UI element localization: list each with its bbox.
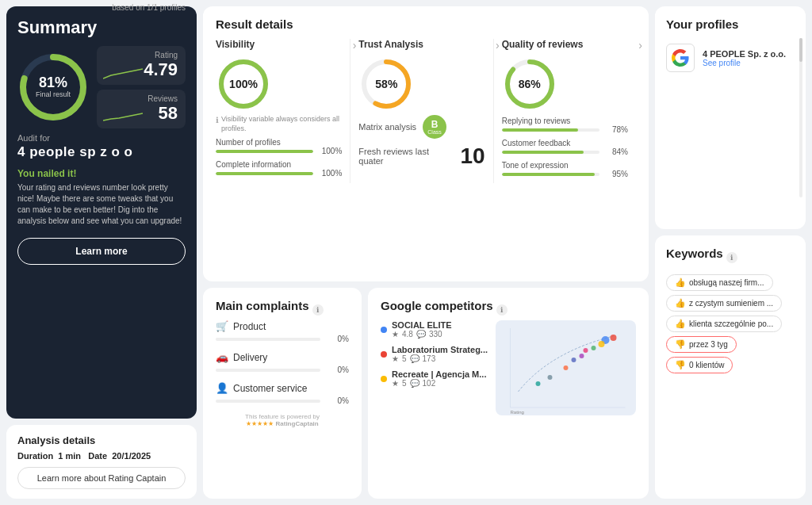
matrix-row: Matrix analysis B Class xyxy=(358,115,485,139)
customer-service-icon: 👤 xyxy=(216,382,228,394)
svg-point-15 xyxy=(564,365,569,370)
summary-title: Summary xyxy=(17,17,97,38)
keywords-info-icon[interactable]: ℹ xyxy=(726,252,737,263)
complaints-info-icon[interactable]: ℹ xyxy=(312,304,324,316)
side-metrics: Rating 4.79 Reviews 58 xyxy=(97,46,186,128)
matrix-class-badge: B Class xyxy=(423,115,446,139)
quality-sub-metrics: Replying to reviews 78% Customer feedbac… xyxy=(502,117,628,178)
summary-card: Summary based on 1/1 profiles 81% Final … xyxy=(6,6,197,419)
competitors-info-icon[interactable]: ℹ xyxy=(496,304,508,316)
nailed-it-text: You nailed it! xyxy=(17,168,186,179)
trust-donut: 58% xyxy=(358,56,414,112)
google-icon xyxy=(666,44,695,72)
keywords-card: Keywords ℹ 👍 obsługą naszej firm... 👍 z … xyxy=(655,235,806,499)
learn-captain-button[interactable]: Learn more about Rating Captain xyxy=(17,467,186,489)
competitor-name-3: Recreate | Agencja M... xyxy=(392,369,486,379)
keyword-3: 👍 klienta szczególnie po... xyxy=(666,316,782,332)
delivery-icon: 🚗 xyxy=(216,351,228,363)
product-pct: 0% xyxy=(324,335,349,343)
svg-point-11 xyxy=(611,335,617,341)
keywords-list: 👍 obsługą naszej firm... 👍 z czystym sum… xyxy=(666,274,795,373)
svg-point-14 xyxy=(580,354,584,358)
delivery-name: Delivery xyxy=(233,352,267,363)
competitor-item-2: Laboratorium Strateg... ★ 5 💬 173 xyxy=(381,345,488,363)
keyword-text-1: obsługą naszej firm... xyxy=(689,278,764,287)
c2-reviews: 173 xyxy=(423,354,436,363)
keywords-header-row: Keywords ℹ xyxy=(666,247,795,268)
date-value: 20/1/2025 xyxy=(112,451,151,461)
competitors-card: Google competitors ℹ SOCIAL ELITE ★ 4.8 … xyxy=(368,288,649,499)
complaints-card: Main complaints ℹ 🛒 Product 0% 🚗 Deliver… xyxy=(203,288,362,499)
visibility-sub-metrics: Number of profiles 100% Complete informa… xyxy=(216,138,342,178)
visibility-note-text: Visibility variable always considers all… xyxy=(221,115,342,133)
competitor-name-1: SOCIAL ELITE xyxy=(392,320,452,330)
final-result-donut: 81% Final result xyxy=(17,52,89,123)
visibility-note: ℹ Visibility variable always considers a… xyxy=(216,115,342,133)
complete-info-metric: Complete information 100% xyxy=(216,160,342,178)
rating-metric: Rating 4.79 xyxy=(97,46,186,85)
complaints-header-row: Main complaints ℹ xyxy=(216,299,349,320)
quality-percent: 86% xyxy=(519,78,541,90)
c2-rating: 5 xyxy=(402,354,407,363)
svg-point-12 xyxy=(599,341,605,347)
fresh-value: 10 xyxy=(461,143,485,169)
trust-header: Trust Analysis xyxy=(358,39,485,50)
product-complaint: 🛒 Product 0% xyxy=(216,320,349,343)
profile-item: 4 PEOPLE Sp. z o.o. See profile xyxy=(666,39,795,77)
profiles-metric: Number of profiles 100% xyxy=(216,138,342,155)
profiles-scrollbar xyxy=(799,38,802,197)
c1-rating: 4.8 xyxy=(402,330,413,339)
complete-info-pct: 100% xyxy=(316,169,342,178)
competitor-item-1: SOCIAL ELITE ★ 4.8 💬 330 xyxy=(381,320,488,339)
right-panel: Your profiles 4 PEOPLE Sp. z o.o. See pr… xyxy=(655,6,806,499)
company-name: 4 people sp z o o xyxy=(17,144,186,160)
final-percent: 81% xyxy=(36,75,71,91)
quality-section: › Quality of reviews 86% Replying to rev… xyxy=(494,39,636,183)
thumb-down-icon-2: 👎 xyxy=(675,360,686,370)
tone-label: Tone of expression xyxy=(502,161,628,170)
keyword-2: 👍 z czystym sumieniem ... xyxy=(666,295,782,312)
keyword-5: 👎 0 klientów xyxy=(666,357,733,373)
analysis-card: Analysis details Duration 1 min Date 20/… xyxy=(6,425,197,499)
see-profile-link[interactable]: See profile xyxy=(703,59,786,67)
profile-name: 4 PEOPLE Sp. z o.o. xyxy=(703,49,786,59)
learn-more-button[interactable]: Learn more xyxy=(17,238,186,265)
profile-info: 4 PEOPLE Sp. z o.o. See profile xyxy=(703,49,786,67)
trust-chevron: › xyxy=(496,39,500,52)
competitor-meta-1: ★ 4.8 💬 330 xyxy=(392,330,452,339)
matrix-class: B xyxy=(431,120,439,129)
quality-chevron: › xyxy=(638,39,642,52)
matrix-class-sub: Class xyxy=(427,129,442,135)
reviews-metric: Reviews 58 xyxy=(97,90,186,128)
keyword-text-3: klienta szczególnie po... xyxy=(689,319,773,328)
result-sections: › Visibility 100% ℹ Visibility variable … xyxy=(216,39,636,183)
tone-metric: Tone of expression 95% xyxy=(502,161,628,178)
visibility-section: › Visibility 100% ℹ Visibility variable … xyxy=(216,39,350,183)
customer-service-pct: 0% xyxy=(324,396,349,405)
competitors-content: SOCIAL ELITE ★ 4.8 💬 330 Labor xyxy=(381,320,636,415)
quality-donut: 86% xyxy=(502,56,557,112)
delivery-complaint: 🚗 Delivery 0% xyxy=(216,351,349,374)
competitor-dot-2 xyxy=(381,351,387,358)
svg-point-17 xyxy=(536,381,541,386)
nailed-desc: Your rating and reviews number look pret… xyxy=(17,182,186,227)
duration-label: Duration xyxy=(17,451,53,461)
analysis-title: Analysis details xyxy=(17,434,186,446)
profiles-title: Your profiles xyxy=(666,17,795,31)
competitor-list: SOCIAL ELITE ★ 4.8 💬 330 Labor xyxy=(381,320,488,415)
c3-reviews: 102 xyxy=(423,379,436,388)
result-details-title: Result details xyxy=(216,17,636,31)
visibility-info-icon: ℹ xyxy=(216,115,219,133)
customer-service-name: Customer service xyxy=(233,383,307,394)
matrix-label: Matrix analysis xyxy=(358,122,416,132)
powered-by: This feature is powered by ★★★★★ RatingC… xyxy=(216,413,349,427)
rating-sparkline xyxy=(103,64,143,80)
competitor-dot-3 xyxy=(381,376,387,382)
complete-info-label: Complete information xyxy=(216,160,342,169)
quality-header: Quality of reviews xyxy=(502,39,628,50)
complaints-title: Main complaints xyxy=(216,299,309,312)
fresh-row: Fresh reviews last quater 10 xyxy=(358,143,485,169)
visibility-header: Visibility xyxy=(216,39,342,50)
visibility-donut: 100% xyxy=(216,56,271,112)
delivery-pct: 0% xyxy=(324,365,349,374)
